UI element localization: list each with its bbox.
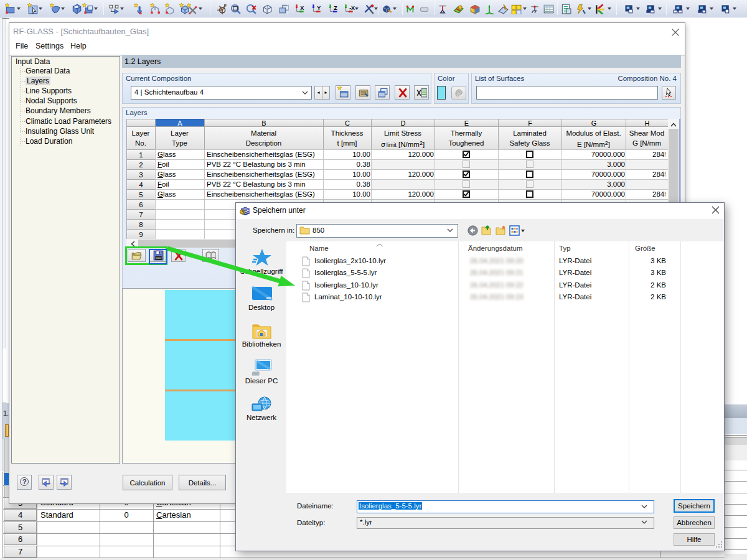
svg-text:5: 5	[242, 209, 245, 215]
svg-text:-X: -X	[349, 5, 355, 11]
svg-text:...: ...	[266, 297, 270, 301]
svg-text:?: ?	[22, 478, 27, 485]
svg-text:Z: Z	[334, 5, 337, 11]
svg-text:Y: Y	[317, 5, 321, 11]
svg-text:X: X	[300, 5, 304, 11]
